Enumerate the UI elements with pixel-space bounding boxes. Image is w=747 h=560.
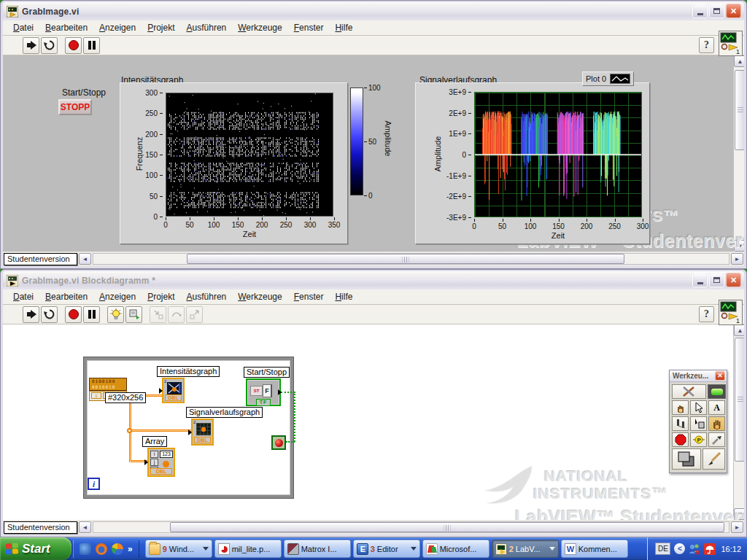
menu-item[interactable]: Ausführen bbox=[181, 290, 233, 303]
taskbar-clock[interactable]: 16:12 bbox=[719, 545, 741, 553]
taskbar-button[interactable]: Kommen... bbox=[561, 540, 628, 558]
scroll-up-button[interactable]: ▲ bbox=[734, 324, 744, 336]
scroll-right-button[interactable]: ► bbox=[731, 521, 743, 533]
vertical-scroll-thumb[interactable] bbox=[735, 70, 744, 150]
set-color-tool[interactable] bbox=[672, 448, 701, 470]
close-button[interactable]: ✕ bbox=[726, 273, 741, 287]
block-diagram-canvas[interactable]: NATIONAL INSTRUMENTS™ LabVIEW™ Studenten… bbox=[3, 324, 744, 520]
close-button[interactable]: ✕ bbox=[726, 4, 741, 18]
wire-bool-vertical[interactable] bbox=[294, 392, 295, 442]
breakpoint-tool[interactable] bbox=[672, 432, 689, 447]
horizontal-scrollbar[interactable] bbox=[93, 521, 729, 533]
scroll-left-button[interactable]: ◄ bbox=[79, 521, 91, 533]
menu-item[interactable]: Datei bbox=[7, 21, 39, 34]
wire-bool-to-condition[interactable] bbox=[286, 441, 295, 443]
pause-button[interactable] bbox=[83, 37, 100, 54]
context-help-button[interactable]: ? bbox=[699, 306, 714, 322]
connect-wire-tool[interactable] bbox=[672, 416, 689, 431]
hide-icons-chevron[interactable]: < bbox=[674, 543, 685, 554]
waveform-plot-area[interactable] bbox=[474, 92, 642, 217]
maximize-button[interactable] bbox=[709, 273, 724, 287]
step-out-button[interactable] bbox=[186, 306, 203, 323]
auto-tool-button[interactable] bbox=[672, 384, 706, 399]
shortcut-menu-tool[interactable] bbox=[690, 416, 707, 431]
maximize-button[interactable] bbox=[709, 4, 724, 18]
offline-users-tray-icon[interactable] bbox=[689, 543, 700, 555]
horizontal-scroll-thumb[interactable] bbox=[187, 254, 624, 264]
front-panel-vertical-scrollbar[interactable]: ▲ ▼ bbox=[733, 55, 744, 252]
context-help-button[interactable]: ? bbox=[699, 37, 714, 53]
taskbar-button[interactable]: 3 Editor bbox=[353, 540, 420, 558]
scroll-left-button[interactable]: ◄ bbox=[79, 253, 91, 265]
menu-item[interactable]: Hilfe bbox=[329, 21, 358, 34]
front-panel-titlebar[interactable]: GrabImage.vi ✕ bbox=[3, 2, 744, 20]
language-indicator[interactable]: DE bbox=[655, 542, 670, 555]
run-button[interactable] bbox=[23, 306, 39, 323]
start-button[interactable]: Start bbox=[0, 537, 71, 560]
menu-item[interactable]: Ausführen bbox=[181, 21, 233, 34]
menu-item[interactable]: Werkzeuge bbox=[232, 290, 287, 303]
run-button[interactable] bbox=[23, 37, 39, 54]
menu-item[interactable]: Anzeigen bbox=[93, 290, 142, 303]
probe-tool[interactable]: P bbox=[690, 432, 707, 447]
abort-button[interactable] bbox=[65, 37, 82, 54]
internet-explorer-icon[interactable] bbox=[80, 543, 91, 555]
taskbar-button[interactable]: mil_lite.p... bbox=[214, 540, 282, 558]
block-diagram-titlebar[interactable]: GrabImage.vi Blockdiagramm * ✕ bbox=[3, 271, 744, 289]
intensity-plot-area[interactable] bbox=[166, 93, 333, 217]
array-node-label[interactable]: Array bbox=[142, 436, 167, 447]
front-panel-canvas[interactable]: NATIONAL INSTRUMENTS™ LabVIEW™ Studenten… bbox=[3, 55, 744, 252]
position-tool[interactable] bbox=[690, 400, 707, 415]
media-player-icon[interactable] bbox=[112, 543, 123, 555]
scroll-up-button[interactable]: ▲ bbox=[734, 55, 744, 67]
waveform-graph-terminal[interactable]: 2 DBL bbox=[191, 419, 214, 446]
menu-item[interactable]: Bearbeiten bbox=[39, 21, 93, 34]
scroll-window-tool[interactable] bbox=[708, 416, 725, 431]
taskbar-button[interactable]: 9 Wind... bbox=[145, 540, 212, 558]
operate-value-tool[interactable] bbox=[672, 400, 689, 415]
menu-item[interactable]: Projekt bbox=[142, 290, 180, 303]
version-badge[interactable]: Studentenversion bbox=[4, 521, 77, 534]
minimize-button[interactable] bbox=[692, 273, 708, 287]
menu-item[interactable]: Datei bbox=[7, 290, 39, 303]
horizontal-scroll-thumb[interactable] bbox=[170, 522, 724, 532]
step-into-button[interactable] bbox=[150, 306, 166, 323]
tools-palette-titlebar[interactable]: Werkzeu... ✕ bbox=[670, 370, 727, 382]
waveform-legend[interactable]: Plot 0 bbox=[582, 71, 634, 86]
taskbar-button[interactable]: Matrox I... bbox=[284, 540, 351, 558]
intensity-node-label[interactable]: Intensitätsgraph bbox=[157, 366, 220, 377]
intensity-graph-terminal[interactable]: 2 DBL bbox=[162, 378, 185, 403]
auto-tool-led[interactable] bbox=[708, 384, 726, 399]
vertical-scroll-thumb[interactable] bbox=[735, 338, 744, 462]
menu-item[interactable]: Anzeigen bbox=[93, 21, 142, 34]
highlight-execution-button[interactable] bbox=[107, 306, 124, 323]
run-continuous-button[interactable] bbox=[41, 306, 58, 323]
firefox-icon[interactable] bbox=[96, 543, 107, 555]
pause-button[interactable] bbox=[83, 306, 100, 323]
wire-array-to-waveform[interactable] bbox=[131, 429, 191, 432]
menu-item[interactable]: Werkzeuge bbox=[232, 21, 287, 34]
waveform-node-label[interactable]: Signalverlaufsgraph bbox=[186, 407, 263, 418]
horizontal-scrollbar[interactable] bbox=[93, 253, 729, 265]
scroll-right-button[interactable]: ► bbox=[731, 253, 743, 265]
image-size-label[interactable]: #320x256 bbox=[105, 392, 146, 403]
tools-palette-close-button[interactable]: ✕ bbox=[715, 371, 725, 381]
run-continuous-button[interactable] bbox=[41, 37, 58, 54]
scroll-down-button[interactable]: ▼ bbox=[734, 240, 744, 252]
menu-item[interactable]: Fenster bbox=[288, 290, 330, 303]
paintbrush-tool[interactable] bbox=[703, 448, 725, 470]
minimize-button[interactable] bbox=[692, 4, 708, 18]
taskbar-button[interactable]: Microsof... bbox=[422, 540, 489, 558]
loop-condition-terminal[interactable] bbox=[271, 435, 286, 450]
menu-item[interactable]: Projekt bbox=[142, 21, 180, 34]
diagram-vertical-scrollbar[interactable]: ▲ ▼ bbox=[733, 324, 744, 520]
stop-button-control[interactable]: STOPP bbox=[58, 99, 92, 115]
avira-antivirus-tray-icon[interactable] bbox=[704, 543, 716, 555]
menu-item[interactable]: Fenster bbox=[288, 21, 330, 34]
retain-wire-values-button[interactable] bbox=[125, 306, 142, 323]
edit-text-tool[interactable]: A bbox=[708, 400, 725, 415]
menu-item[interactable]: Hilfe bbox=[329, 290, 358, 303]
step-over-button[interactable] bbox=[168, 306, 185, 323]
loop-iteration-terminal[interactable]: i bbox=[88, 478, 100, 490]
bool-node-label[interactable]: Start/Stopp bbox=[244, 367, 290, 378]
